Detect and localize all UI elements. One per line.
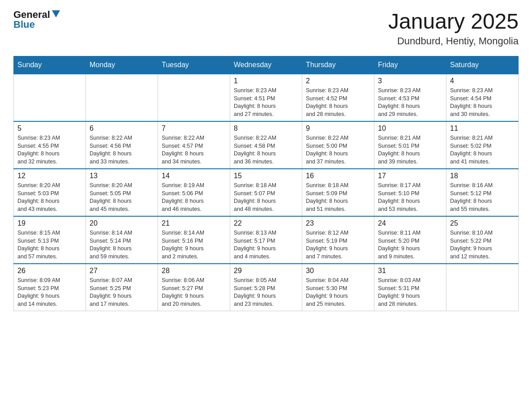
calendar-cell: 13Sunrise: 8:20 AM Sunset: 5:05 PM Dayli… [86, 169, 158, 216]
title-section: January 2025 Dundburd, Hentiy, Mongolia [388, 9, 519, 47]
day-info: Sunrise: 8:06 AM Sunset: 5:27 PM Dayligh… [162, 277, 226, 308]
day-number: 23 [306, 219, 370, 227]
calendar-cell: 18Sunrise: 8:16 AM Sunset: 5:12 PM Dayli… [446, 169, 519, 216]
calendar-cell: 6Sunrise: 8:22 AM Sunset: 4:56 PM Daylig… [86, 121, 158, 169]
svg-marker-0 [52, 10, 60, 17]
day-number: 15 [234, 172, 298, 180]
calendar-cell: 11Sunrise: 8:21 AM Sunset: 5:02 PM Dayli… [446, 121, 519, 169]
calendar-cell: 17Sunrise: 8:17 AM Sunset: 5:10 PM Dayli… [374, 169, 446, 216]
calendar-cell: 23Sunrise: 8:12 AM Sunset: 5:19 PM Dayli… [302, 216, 374, 264]
calendar-cell [86, 74, 158, 121]
day-info: Sunrise: 8:11 AM Sunset: 5:20 PM Dayligh… [378, 229, 442, 261]
calendar-cell: 15Sunrise: 8:18 AM Sunset: 5:07 PM Dayli… [230, 169, 302, 216]
calendar-cell: 16Sunrise: 8:18 AM Sunset: 5:09 PM Dayli… [302, 169, 374, 216]
day-number: 9 [306, 124, 370, 133]
day-info: Sunrise: 8:23 AM Sunset: 4:54 PM Dayligh… [450, 87, 515, 118]
day-info: Sunrise: 8:04 AM Sunset: 5:30 PM Dayligh… [306, 277, 370, 308]
calendar-cell: 12Sunrise: 8:20 AM Sunset: 5:03 PM Dayli… [14, 169, 86, 216]
page-header: General Blue January 2025 Dundburd, Hent… [13, 9, 519, 47]
calendar-cell: 19Sunrise: 8:15 AM Sunset: 5:13 PM Dayli… [14, 216, 86, 264]
calendar-cell: 20Sunrise: 8:14 AM Sunset: 5:14 PM Dayli… [86, 216, 158, 264]
day-info: Sunrise: 8:23 AM Sunset: 4:53 PM Dayligh… [378, 87, 442, 118]
calendar-cell: 30Sunrise: 8:04 AM Sunset: 5:30 PM Dayli… [302, 264, 374, 311]
logo-text-blue: Blue [13, 19, 35, 30]
day-number: 18 [450, 172, 515, 180]
day-number: 21 [162, 219, 226, 227]
day-number: 7 [162, 124, 226, 133]
calendar-cell: 24Sunrise: 8:11 AM Sunset: 5:20 PM Dayli… [374, 216, 446, 264]
col-sunday: Sunday [14, 56, 86, 74]
calendar-cell: 10Sunrise: 8:21 AM Sunset: 5:01 PM Dayli… [374, 121, 446, 169]
calendar-cell: 2Sunrise: 8:23 AM Sunset: 4:52 PM Daylig… [302, 74, 374, 121]
col-saturday: Saturday [446, 56, 519, 74]
calendar-cell: 8Sunrise: 8:22 AM Sunset: 4:58 PM Daylig… [230, 121, 302, 169]
calendar-cell: 1Sunrise: 8:23 AM Sunset: 4:51 PM Daylig… [230, 74, 302, 121]
day-info: Sunrise: 8:17 AM Sunset: 5:10 PM Dayligh… [378, 182, 442, 213]
day-info: Sunrise: 8:05 AM Sunset: 5:28 PM Dayligh… [234, 277, 298, 308]
day-number: 5 [17, 124, 82, 133]
day-number: 6 [90, 124, 154, 133]
week-row-4: 19Sunrise: 8:15 AM Sunset: 5:13 PM Dayli… [14, 216, 519, 264]
day-info: Sunrise: 8:20 AM Sunset: 5:05 PM Dayligh… [90, 182, 154, 213]
day-info: Sunrise: 8:10 AM Sunset: 5:22 PM Dayligh… [450, 229, 515, 261]
day-info: Sunrise: 8:12 AM Sunset: 5:19 PM Dayligh… [306, 229, 370, 261]
day-info: Sunrise: 8:13 AM Sunset: 5:17 PM Dayligh… [234, 229, 298, 261]
day-number: 14 [162, 172, 226, 180]
day-number: 31 [378, 267, 442, 275]
day-number: 2 [306, 77, 370, 85]
day-info: Sunrise: 8:23 AM Sunset: 4:55 PM Dayligh… [17, 134, 82, 166]
day-info: Sunrise: 8:22 AM Sunset: 4:56 PM Dayligh… [90, 134, 154, 166]
calendar-cell: 27Sunrise: 8:07 AM Sunset: 5:25 PM Dayli… [86, 264, 158, 311]
day-info: Sunrise: 8:23 AM Sunset: 4:51 PM Dayligh… [234, 87, 298, 118]
day-number: 12 [17, 172, 82, 180]
col-wednesday: Wednesday [230, 56, 302, 74]
day-info: Sunrise: 8:09 AM Sunset: 5:23 PM Dayligh… [17, 277, 82, 308]
col-friday: Friday [374, 56, 446, 74]
week-row-5: 26Sunrise: 8:09 AM Sunset: 5:23 PM Dayli… [14, 264, 519, 311]
calendar-cell: 29Sunrise: 8:05 AM Sunset: 5:28 PM Dayli… [230, 264, 302, 311]
col-monday: Monday [86, 56, 158, 74]
day-number: 17 [378, 172, 442, 180]
day-number: 28 [162, 267, 226, 275]
col-tuesday: Tuesday [158, 56, 230, 74]
calendar-cell: 3Sunrise: 8:23 AM Sunset: 4:53 PM Daylig… [374, 74, 446, 121]
day-info: Sunrise: 8:15 AM Sunset: 5:13 PM Dayligh… [17, 229, 82, 261]
day-number: 27 [90, 267, 154, 275]
calendar-cell: 4Sunrise: 8:23 AM Sunset: 4:54 PM Daylig… [446, 74, 519, 121]
calendar-cell: 26Sunrise: 8:09 AM Sunset: 5:23 PM Dayli… [14, 264, 86, 311]
day-number: 4 [450, 77, 515, 85]
calendar-cell: 14Sunrise: 8:19 AM Sunset: 5:06 PM Dayli… [158, 169, 230, 216]
calendar-cell [14, 74, 86, 121]
day-info: Sunrise: 8:03 AM Sunset: 5:31 PM Dayligh… [378, 277, 442, 308]
calendar-subtitle: Dundburd, Hentiy, Mongolia [388, 35, 519, 47]
day-info: Sunrise: 8:21 AM Sunset: 5:02 PM Dayligh… [450, 134, 515, 166]
week-row-1: 1Sunrise: 8:23 AM Sunset: 4:51 PM Daylig… [14, 74, 519, 121]
calendar-cell: 28Sunrise: 8:06 AM Sunset: 5:27 PM Dayli… [158, 264, 230, 311]
day-info: Sunrise: 8:18 AM Sunset: 5:09 PM Dayligh… [306, 182, 370, 213]
calendar-cell: 7Sunrise: 8:22 AM Sunset: 4:57 PM Daylig… [158, 121, 230, 169]
calendar-cell: 5Sunrise: 8:23 AM Sunset: 4:55 PM Daylig… [14, 121, 86, 169]
day-info: Sunrise: 8:18 AM Sunset: 5:07 PM Dayligh… [234, 182, 298, 213]
day-number: 20 [90, 219, 154, 227]
day-info: Sunrise: 8:23 AM Sunset: 4:52 PM Dayligh… [306, 87, 370, 118]
calendar-cell [446, 264, 519, 311]
day-number: 1 [234, 77, 298, 85]
day-number: 19 [17, 219, 82, 227]
day-info: Sunrise: 8:21 AM Sunset: 5:01 PM Dayligh… [378, 134, 442, 166]
day-info: Sunrise: 8:19 AM Sunset: 5:06 PM Dayligh… [162, 182, 226, 213]
day-info: Sunrise: 8:14 AM Sunset: 5:16 PM Dayligh… [162, 229, 226, 261]
col-thursday: Thursday [302, 56, 374, 74]
day-number: 8 [234, 124, 298, 133]
calendar-cell: 25Sunrise: 8:10 AM Sunset: 5:22 PM Dayli… [446, 216, 519, 264]
week-row-2: 5Sunrise: 8:23 AM Sunset: 4:55 PM Daylig… [14, 121, 519, 169]
day-number: 29 [234, 267, 298, 275]
calendar-cell: 21Sunrise: 8:14 AM Sunset: 5:16 PM Dayli… [158, 216, 230, 264]
calendar-cell [158, 74, 230, 121]
day-number: 11 [450, 124, 515, 133]
day-number: 26 [17, 267, 82, 275]
day-number: 30 [306, 267, 370, 275]
calendar-header-row: Sunday Monday Tuesday Wednesday Thursday… [14, 56, 519, 74]
day-number: 25 [450, 219, 515, 227]
day-number: 10 [378, 124, 442, 133]
day-info: Sunrise: 8:22 AM Sunset: 4:58 PM Dayligh… [234, 134, 298, 166]
